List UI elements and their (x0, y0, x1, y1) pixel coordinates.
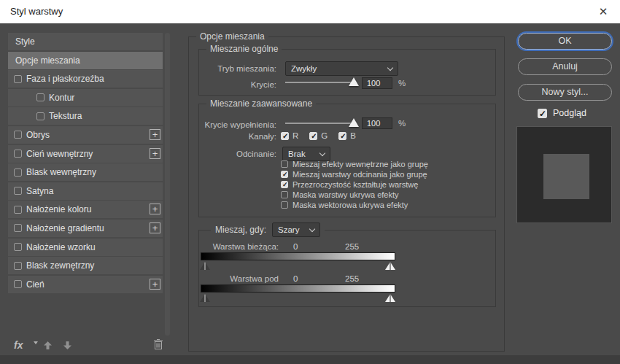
sidebar-item[interactable]: Tekstura (8, 107, 163, 125)
sidebar-scrollbar[interactable] (165, 33, 170, 336)
advanced-option-row: Maska wektorowa ukrywa efekty (281, 201, 428, 209)
channel-label: G (321, 131, 328, 140)
sidebar-item[interactable]: Nałożenie gradientu + (8, 220, 163, 237)
sidebar-item-label: Obrys (26, 130, 50, 140)
option-label: Mieszaj warstwy odcinania jako grupę (292, 170, 427, 179)
option-label: Przezroczystość kształtuje warstwę (292, 180, 418, 189)
blend-if-legend: Mieszaj, gdy: Szary (211, 222, 325, 237)
sidebar-item[interactable]: Kontur (8, 89, 163, 107)
sidebar-item[interactable]: Cień + (8, 276, 163, 293)
knockout-dropdown[interactable]: Brak (282, 147, 330, 161)
option-checkbox[interactable] (281, 181, 288, 188)
sidebar-item-label: Faza i płaskorzeźba (26, 74, 104, 84)
this-layer-black-thumb[interactable] (200, 262, 210, 270)
close-icon[interactable]: ✕ (594, 3, 613, 20)
channel-toggle: B (338, 131, 356, 140)
underlying-gradient-bar (201, 284, 395, 293)
opacity-slider-thumb[interactable] (349, 77, 359, 86)
chevron-down-icon (309, 225, 315, 231)
underlying-max: 255 (345, 274, 359, 283)
general-blending-section: Mieszanie ogólne Tryb mieszania: Zwykły … (198, 49, 496, 96)
blend-if-section: Mieszaj, gdy: Szary Warstwa bieżąca: 0 2… (198, 230, 496, 307)
effect-checkbox[interactable] (14, 262, 22, 270)
add-effect-instance-button[interactable]: + (150, 279, 160, 290)
sidebar-item[interactable]: Nałożenie wzorku (8, 239, 163, 256)
sidebar-item[interactable]: Faza i płaskorzeźba (8, 70, 163, 88)
cancel-button[interactable]: Anuluj (518, 58, 612, 75)
add-effect-instance-button[interactable]: + (150, 204, 160, 214)
channel-checkbox[interactable] (338, 132, 346, 140)
option-label: Maska wektorowa ukrywa efekty (292, 201, 408, 209)
effect-checkbox[interactable] (14, 206, 22, 214)
effect-checkbox[interactable] (14, 131, 22, 139)
add-effect-instance-button[interactable]: + (150, 129, 160, 140)
this-layer-white-thumb[interactable] (385, 262, 395, 270)
channel-label: R (292, 131, 298, 140)
fx-menu-icon[interactable]: fx (14, 339, 23, 351)
fill-opacity-input[interactable] (362, 117, 392, 129)
sidebar-item[interactable]: Style (8, 33, 163, 50)
move-effect-up-icon[interactable] (43, 341, 53, 350)
underlying-black-thumb[interactable] (200, 294, 210, 302)
sidebar-item[interactable]: Nałożenie koloru + (8, 201, 163, 218)
fill-opacity-label: Krycie wypełnienia: (199, 120, 276, 129)
titlebar: Styl warstwy ✕ (0, 0, 620, 23)
knockout-label: Odcinanie: (199, 150, 276, 158)
sidebar-item-label: Kontur (49, 93, 74, 103)
new-style-button[interactable]: Nowy styl... (518, 84, 612, 101)
effect-checkbox[interactable] (36, 93, 44, 101)
opacity-label: Krycie: (199, 80, 276, 89)
blend-mode-dropdown[interactable]: Zwykły (285, 61, 398, 76)
advanced-option-row: Mieszaj efekty wewnętrzne jako grupę (281, 160, 428, 168)
panel-title: Opcje mieszania (196, 31, 268, 42)
add-effect-instance-button[interactable]: + (150, 148, 160, 159)
opacity-input[interactable] (362, 77, 392, 89)
option-checkbox[interactable] (281, 171, 288, 178)
dialog-title: Styl warstwy (10, 0, 63, 23)
fill-opacity-slider-thumb[interactable] (349, 118, 359, 127)
this-layer-label: Warstwa bieżąca: (199, 242, 279, 251)
underlying-min: 0 (293, 274, 298, 283)
sidebar-item[interactable]: Opcje mieszania (8, 52, 163, 69)
move-effect-down-icon[interactable] (63, 341, 72, 350)
effect-checkbox[interactable] (14, 187, 22, 195)
effect-checkbox[interactable] (14, 224, 22, 232)
channel-toggle: R (281, 131, 298, 140)
opacity-slider-track (285, 82, 357, 83)
this-layer-gradient-bar (201, 252, 395, 260)
delete-effect-icon[interactable] (153, 338, 163, 350)
effect-checkbox[interactable] (36, 112, 44, 120)
layer-style-dialog: Styl warstwy ✕ Style Opcje mieszania Faz… (0, 0, 620, 364)
sidebar-item-label: Nałożenie koloru (26, 204, 91, 214)
add-effect-instance-button[interactable]: + (150, 222, 160, 233)
sidebar-item[interactable]: Cień wewnętrzny + (8, 145, 163, 163)
effect-checkbox[interactable] (14, 169, 22, 177)
effect-checkbox[interactable] (14, 243, 22, 251)
sidebar-item-label: Nałożenie gradientu (26, 223, 104, 233)
advanced-option-row: Mieszaj warstwy odcinania jako grupę (281, 171, 428, 178)
option-checkbox[interactable] (281, 191, 288, 198)
channel-checkbox[interactable] (309, 132, 317, 140)
opacity-unit: % (398, 79, 406, 88)
sidebar-item[interactable]: Blask zewnętrzny (8, 257, 163, 274)
effect-checkbox[interactable] (14, 150, 22, 158)
preview-checkbox[interactable] (538, 109, 547, 118)
channel-checkbox[interactable] (281, 132, 289, 140)
advanced-options-list: Mieszaj efekty wewnętrzne jako grupę Mie… (281, 160, 428, 209)
blend-if-dropdown[interactable]: Szary (272, 222, 320, 237)
effect-checkbox[interactable] (14, 280, 22, 288)
sidebar-item[interactable]: Obrys + (8, 126, 163, 144)
underlying-white-thumb[interactable] (385, 294, 395, 302)
preview-toggle-row: Podgląd (538, 108, 586, 118)
blend-if-value: Szary (278, 225, 299, 234)
sidebar-item[interactable]: Satyna (8, 182, 163, 200)
advanced-option-row: Maska warstwy ukrywa efekty (281, 191, 428, 198)
sidebar-item[interactable]: Blask wewnętrzny (8, 163, 163, 181)
option-checkbox[interactable] (281, 201, 288, 209)
ok-button[interactable]: OK (518, 33, 612, 50)
preview-label: Podgląd (553, 108, 586, 118)
option-label: Mieszaj efekty wewnętrzne jako grupę (292, 160, 428, 169)
effect-checkbox[interactable] (14, 75, 22, 83)
option-checkbox[interactable] (281, 160, 288, 168)
sidebar-item-label: Style (15, 36, 35, 47)
